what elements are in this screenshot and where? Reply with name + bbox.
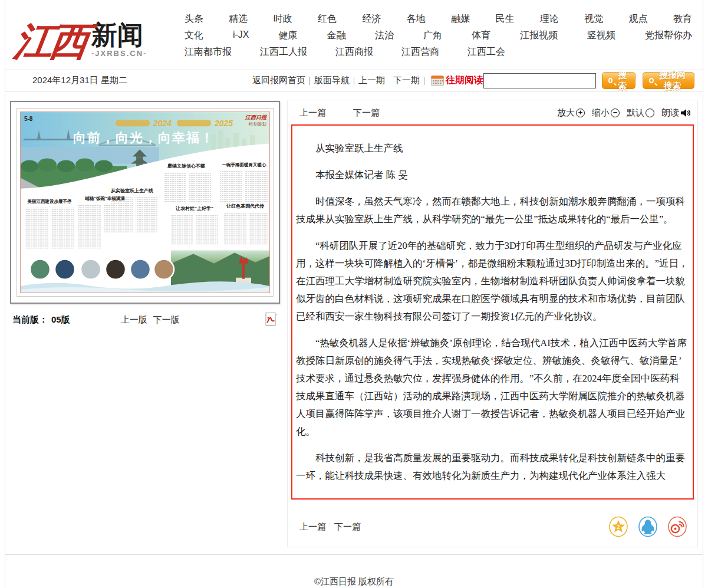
newspaper-page-thumbnail[interactable]: 2024 2025 向前，向光，向幸福！ 5-8 江西日报 特别策划 xyxy=(10,101,280,304)
next-page-link[interactable]: 下一版 xyxy=(153,314,180,326)
archive-link[interactable]: 往期阅读 xyxy=(431,74,483,87)
prev-article-link[interactable]: 上一篇 xyxy=(299,521,326,533)
banner-year-right: 2025 xyxy=(214,119,233,128)
site-search-button[interactable]: 搜报网搜索 xyxy=(643,72,694,89)
read-aloud-label: 朗读 xyxy=(661,107,679,119)
share-qzone-icon[interactable]: Z xyxy=(608,516,629,537)
search-input[interactable] xyxy=(483,73,596,88)
newspaper-thumbnail-image: 2024 2025 向前，向光，向幸福！ 5-8 江西日报 特别策划 xyxy=(17,108,274,297)
search-button[interactable]: 搜 索 xyxy=(602,72,636,89)
nav-link[interactable]: 时政 xyxy=(274,13,292,25)
issue-date: 2024年12月31日 星期二 xyxy=(32,75,127,86)
thumb-page-range: 5-8 xyxy=(24,116,33,122)
logo-right: 新闻 -JXRBS.CN- xyxy=(91,22,147,58)
thumb-main-headline: 向前，向光，向幸福！ xyxy=(73,130,215,145)
home-link[interactable]: 返回报网首页 xyxy=(252,75,305,86)
nav-link[interactable]: 党报帮你办 xyxy=(645,29,692,42)
nav-link[interactable]: 观点 xyxy=(629,13,648,25)
nav-link[interactable]: 理论 xyxy=(540,13,559,25)
thumb-article-title: 让农村娃“上好学” xyxy=(175,206,213,211)
thumb-article-title: 从实验室跃上生产线 xyxy=(110,188,153,193)
speaker-icon xyxy=(680,109,690,117)
search-icon xyxy=(608,78,612,83)
share-buttons: Z xyxy=(608,516,688,537)
thumb-special-label: 特别策划 xyxy=(248,121,266,127)
text-controls: 放大 + 缩小 − 默认 朗读 xyxy=(552,107,690,119)
nav-row-3: 江南都市报 江西工人报 江西商报 江西营商 江西工会 xyxy=(185,46,692,58)
nav-link[interactable]: 经济 xyxy=(362,13,381,25)
thumb-masthead: 江西日报 xyxy=(245,114,267,120)
nav-link[interactable]: 健康 xyxy=(278,29,297,42)
article-title: 从实验室跃上生产线 xyxy=(296,140,689,157)
nav-link[interactable]: 红色 xyxy=(318,13,337,25)
logo-brand-red: 江西 xyxy=(12,25,88,58)
article-paragraph: 科技创新，是我省高质量发展的重要驱动力。而科技成果转化是科技创新链条中的重要一环… xyxy=(296,449,689,485)
site-logo[interactable]: 江西 新闻 -JXRBS.CN- xyxy=(14,5,168,66)
nav-link[interactable]: 视觉 xyxy=(584,13,603,25)
search-icon xyxy=(649,78,654,83)
main-nav: 头条 精选 时政 红色 经济 各地 融媒 民生 理论 视觉 观点 教育 文化 i… xyxy=(168,5,694,66)
logo-brand-black: 新闻 xyxy=(91,22,147,48)
nav-link[interactable]: 各地 xyxy=(407,13,426,25)
archive-label: 往期阅读 xyxy=(446,74,483,87)
prev-article-link[interactable]: 上一篇 xyxy=(299,107,326,119)
pdf-download-icon[interactable] xyxy=(265,313,278,327)
site-header: 江西 新闻 -JXRBS.CN- 头条 精选 时政 红色 经济 各地 融媒 民生… xyxy=(5,0,703,70)
next-article-link[interactable]: 下一篇 xyxy=(353,107,380,119)
article-body-box: 从实验室跃上生产线 本报全媒体记者 陈 旻 时值深冬，虽然天气寒冷，然而在赣鄱大… xyxy=(291,124,694,500)
thumb-article-title: 美丽江西建设步履不停 xyxy=(27,199,72,204)
nav-link[interactable]: 江西工会 xyxy=(467,46,505,58)
nav-link[interactable]: 江西营商 xyxy=(401,46,439,58)
nav-link[interactable]: 竖视频 xyxy=(587,29,615,42)
thumb-article-title: 端稳“饭碗”幸福满满 xyxy=(84,196,125,201)
nav-link[interactable]: 精选 xyxy=(229,13,248,25)
thumb-article-title: 一碗手擀面暖胃又暖心 xyxy=(222,162,266,167)
qzone-z-glyph: Z xyxy=(617,524,620,530)
next-article-link[interactable]: 下一篇 xyxy=(334,521,361,533)
calendar-icon xyxy=(431,75,444,86)
nav-link[interactable]: 融媒 xyxy=(451,13,470,25)
page-meta: 当前版： 05版 上一版 下一版 xyxy=(10,313,280,327)
nav-link[interactable]: 江西商报 xyxy=(335,46,373,58)
nav-link[interactable]: 江报视频 xyxy=(520,29,558,42)
default-size-control[interactable]: 默认 xyxy=(627,107,654,119)
zoom-out-icon: − xyxy=(611,109,620,117)
nav-link[interactable]: 文化 xyxy=(185,29,203,42)
zoom-in-control[interactable]: 放大 + xyxy=(557,107,585,119)
nav-link[interactable]: 江西工人报 xyxy=(260,46,307,58)
article-paragraph: “科研团队开展了近20年的基础研究，致力于3D打印再生型组织的产品研发与产业化应… xyxy=(296,237,689,326)
site-footer: ©江西日报 版权所有 杭州前方信息技术有限公司 提供服务 xyxy=(5,554,703,588)
nav-link[interactable]: 教育 xyxy=(673,13,692,25)
default-size-icon xyxy=(646,109,654,117)
thumb-article-title: 赓续文脉信心不辍 xyxy=(167,163,206,169)
divider xyxy=(354,77,354,85)
nav-link[interactable]: 江南都市报 xyxy=(185,46,232,58)
read-aloud-control[interactable]: 朗读 xyxy=(661,107,690,119)
search-group: 搜 索 搜报网搜索 xyxy=(483,72,694,89)
article-paragraph: 时值深冬，虽然天气寒冷，然而在赣鄱大地上，科技创新如潮水般奔腾翻涌，一项项科技成… xyxy=(296,193,689,228)
prev-issue-link[interactable]: 上一期 xyxy=(358,75,385,86)
nav-link[interactable]: 体育 xyxy=(472,29,490,42)
nav-link[interactable]: 金融 xyxy=(327,29,345,42)
nav-link[interactable]: 民生 xyxy=(496,13,515,25)
issue-toolbar: 2024年12月31日 星期二 返回报网首页 版面导航 上一期 下一期 xyxy=(5,70,703,91)
share-qq-icon[interactable] xyxy=(637,516,658,537)
article-toolbar-bottom: 上一篇 下一篇 Z xyxy=(291,500,694,541)
nav-link[interactable]: 广角 xyxy=(423,29,442,42)
prev-page-link[interactable]: 上一版 xyxy=(121,314,147,326)
page: 江西 新闻 -JXRBS.CN- 头条 精选 时政 红色 经济 各地 融媒 民生… xyxy=(5,0,703,588)
layout-nav-link[interactable]: 版面导航 xyxy=(314,75,350,86)
nav-link[interactable]: 法治 xyxy=(375,29,394,42)
share-weibo-icon[interactable] xyxy=(667,516,688,537)
zoom-in-icon: + xyxy=(576,109,585,117)
article-toolbar-top: 上一篇 下一篇 放大 + 缩小 − 默认 xyxy=(291,105,694,124)
next-issue-link[interactable]: 下一期 xyxy=(393,75,420,86)
zoom-out-control[interactable]: 缩小 − xyxy=(592,107,620,119)
divider xyxy=(309,77,310,85)
current-page-value: 05版 xyxy=(51,314,70,326)
zoom-out-label: 缩小 xyxy=(592,107,610,119)
search-button-label: 搜 索 xyxy=(615,70,629,92)
nav-link[interactable]: i-JX xyxy=(233,29,249,42)
nav-link[interactable]: 头条 xyxy=(185,13,203,25)
footer-copyright: ©江西日报 版权所有 xyxy=(5,576,703,587)
